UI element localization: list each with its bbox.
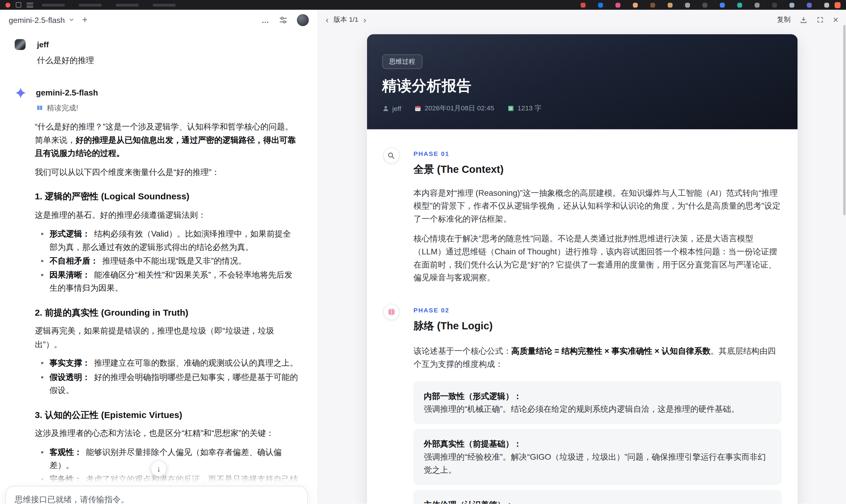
gemini-logo-icon bbox=[15, 87, 27, 99]
fullscreen-icon[interactable] bbox=[816, 16, 824, 23]
extension-icon[interactable] bbox=[703, 2, 707, 7]
bookmark-item[interactable] bbox=[153, 4, 176, 6]
section-lead: 这是推理的基石。好的推理必须遵循逻辑法则： bbox=[35, 208, 299, 222]
version-label: 版本 1/1 bbox=[333, 15, 358, 24]
extension-icon[interactable] bbox=[598, 2, 603, 7]
scroll-to-bottom-button[interactable]: ↓ bbox=[151, 460, 167, 476]
phase-paragraph: 核心情境在于解决“思考的随意性”问题。不论是人类通过批判性思维进行决策，还是大语… bbox=[413, 232, 781, 284]
bookmark-item[interactable] bbox=[116, 4, 139, 6]
copy-button[interactable]: 复制 bbox=[777, 15, 791, 24]
extension-icon[interactable] bbox=[633, 2, 638, 7]
next-version-button[interactable]: › bbox=[363, 16, 366, 24]
report-header: 思维过程 精读分析报告 jeff 2026年01月08日 02:45 bbox=[367, 34, 797, 129]
principle-box: 外部真实性（前提基础）： 强调推理的“经验校准”。解决“GIGO（垃圾进，垃圾出… bbox=[413, 429, 781, 485]
message-composer[interactable]: 思维接口已就绪，请传输指令。 + bbox=[5, 486, 308, 504]
abacus-icon bbox=[507, 105, 514, 112]
artifact-toolbar: ‹ 版本 1/1 › 复制 × bbox=[318, 10, 846, 30]
extension-icon[interactable] bbox=[581, 2, 585, 7]
version-navigator: ‹ 版本 1/1 › bbox=[326, 15, 366, 24]
section-lead: 逻辑再完美，如果前提是错误的，推理也是垃圾（即“垃圾进，垃圾出”）。 bbox=[35, 324, 299, 351]
bookmark-item[interactable] bbox=[42, 4, 65, 6]
list-item: 不自相矛盾：推理链条中不能出现“既是又非”的情况。 bbox=[35, 254, 299, 268]
search-icon bbox=[387, 151, 395, 160]
user-message: jeff 什么是好的推理 bbox=[15, 38, 299, 67]
composer-input[interactable]: 思维接口已就绪，请传输指令。 bbox=[15, 494, 298, 504]
section-heading: 3. 认知的公正性 (Epistemic Virtues) bbox=[35, 408, 299, 421]
reading-status: 精读完成! bbox=[36, 102, 299, 115]
phase-section-1: PHASE 01 全景 (The Context) 本内容是对“推理 (Reas… bbox=[383, 147, 781, 284]
phase-title: 脉络 (The Logic) bbox=[413, 320, 781, 332]
chat-header: gemini-2.5-flash + … bbox=[0, 10, 318, 30]
book-icon bbox=[36, 104, 44, 112]
phase-tag: PHASE 01 bbox=[413, 147, 781, 160]
extension-icon[interactable] bbox=[755, 2, 759, 7]
section-heading: 2. 前提的真实性 (Grounding in Truth) bbox=[35, 306, 299, 319]
brain-icon bbox=[387, 308, 395, 316]
model-message-body: “什么是好的推理？”这是一个涉及逻辑学、认知科学和哲学核心的问题。简单来说，好的… bbox=[35, 120, 299, 504]
overview-paragraph: 我们可以从以下四个维度来衡量什么是“好的推理”： bbox=[35, 165, 299, 179]
browser-action-icon[interactable] bbox=[835, 2, 841, 8]
browser-toolbar bbox=[0, 0, 846, 10]
report-card: 思维过程 精读分析报告 jeff 2026年01月08日 02:45 bbox=[367, 34, 797, 504]
bookmark-item[interactable] bbox=[79, 4, 102, 6]
list-item: 因果清晰：能准确区分“相关性”和“因果关系”，不会轻率地将先后发生的事情归为因果… bbox=[35, 268, 299, 294]
chat-scroll-area[interactable]: jeff 什么是好的推理 gemini-2.5-flash bbox=[0, 30, 318, 504]
extension-icon[interactable] bbox=[685, 2, 690, 7]
extension-icon[interactable] bbox=[772, 2, 777, 7]
report-title: 精读分析报告 bbox=[382, 76, 782, 96]
bullet-list: 事实支撑：推理建立在可靠的数据、准确的观测或公认的真理之上。 假设透明：好的推理… bbox=[35, 356, 299, 397]
section-lead: 这涉及推理者的心态和方法论，也是区分“杠精”和“思想家”的关键： bbox=[35, 427, 299, 440]
user-message-avatar bbox=[15, 39, 25, 50]
phase-section-2: PHASE 02 脉络 (The Logic) 该论述基于一个核心公式：高质量结… bbox=[383, 304, 781, 504]
person-icon bbox=[382, 105, 389, 112]
extension-icon[interactable] bbox=[616, 2, 620, 7]
new-chat-button[interactable]: + bbox=[82, 15, 88, 24]
section-heading: 1. 逻辑的严密性 (Logical Soundness) bbox=[35, 190, 299, 203]
model-selector[interactable]: gemini-2.5-flash bbox=[8, 16, 74, 24]
model-message-author: gemini-2.5-flash bbox=[36, 86, 98, 100]
tune-icon[interactable] bbox=[279, 16, 287, 24]
report-badge: 思维过程 bbox=[382, 54, 422, 69]
user-avatar[interactable] bbox=[297, 14, 309, 26]
user-message-text: 什么是好的推理 bbox=[37, 54, 299, 67]
intro-paragraph: “什么是好的推理？”这是一个涉及逻辑学、认知科学和哲学核心的问题。简单来说，好的… bbox=[35, 120, 299, 160]
formula-paragraph: 该论述基于一个核心公式：高质量结论 = 结构完整性 × 事实准确性 × 认知自律… bbox=[413, 344, 781, 371]
extension-icon[interactable] bbox=[790, 2, 794, 7]
bookmarks-bar bbox=[42, 4, 176, 6]
report-body: PHASE 01 全景 (The Context) 本内容是对“推理 (Reas… bbox=[367, 129, 797, 504]
scrollbar-thumb[interactable] bbox=[843, 25, 845, 215]
meta-date: 2026年01月08日 02:45 bbox=[415, 104, 494, 113]
extension-icon[interactable] bbox=[668, 2, 672, 7]
extension-icon[interactable] bbox=[650, 2, 655, 7]
phase1-icon-circle bbox=[383, 147, 400, 164]
phase-paragraph: 本内容是对“推理 (Reasoning)”这一抽象概念的高层建模。在知识爆炸与人… bbox=[413, 186, 781, 226]
phase-title: 全景 (The Context) bbox=[413, 163, 781, 176]
download-icon[interactable] bbox=[800, 16, 808, 24]
extension-icon[interactable] bbox=[824, 2, 829, 7]
report-meta: jeff 2026年01月08日 02:45 1213 字 bbox=[382, 104, 782, 113]
bullet-list: 形式逻辑：结构必须有效（Valid）。比如演绎推理中，如果前提全部为真，那么通过… bbox=[35, 227, 299, 294]
close-icon[interactable]: × bbox=[833, 15, 838, 24]
artifact-panel: ‹ 版本 1/1 › 复制 × 思维过程 精读分析报告 bbox=[318, 10, 846, 504]
list-item: 形式逻辑：结构必须有效（Valid）。比如演绎推理中，如果前提全部为真，那么通过… bbox=[35, 227, 299, 253]
principle-box: 内部一致性（形式逻辑）： 强调推理的“机械正确”。结论必须在给定的规则系统内逻辑… bbox=[413, 381, 781, 424]
reading-status-text: 精读完成! bbox=[47, 102, 78, 115]
extension-icon[interactable] bbox=[720, 2, 725, 7]
meta-word-count: 1213 字 bbox=[507, 104, 542, 113]
extension-icons bbox=[581, 2, 829, 7]
extension-icon[interactable] bbox=[737, 2, 742, 7]
extension-icon[interactable] bbox=[807, 2, 811, 7]
more-options-icon[interactable]: … bbox=[262, 16, 270, 24]
window-close-button[interactable] bbox=[5, 2, 10, 7]
user-message-author: jeff bbox=[37, 38, 49, 52]
phase2-icon-circle bbox=[383, 304, 400, 320]
chevron-down-icon bbox=[69, 17, 74, 23]
list-item: 假设透明：好的推理会明确指明哪些是已知事实，哪些是基于可能的假设。 bbox=[35, 371, 299, 397]
menu-icon[interactable] bbox=[27, 2, 33, 7]
meta-author: jeff bbox=[382, 105, 401, 112]
model-selector-label: gemini-2.5-flash bbox=[8, 16, 65, 24]
chat-panel: gemini-2.5-flash + … jeff 什么是好的 bbox=[0, 10, 318, 504]
tab-grid-icon[interactable] bbox=[16, 2, 21, 7]
prev-version-button[interactable]: ‹ bbox=[326, 16, 329, 24]
list-item: 事实支撑：推理建立在可靠的数据、准确的观测或公认的真理之上。 bbox=[35, 356, 299, 370]
